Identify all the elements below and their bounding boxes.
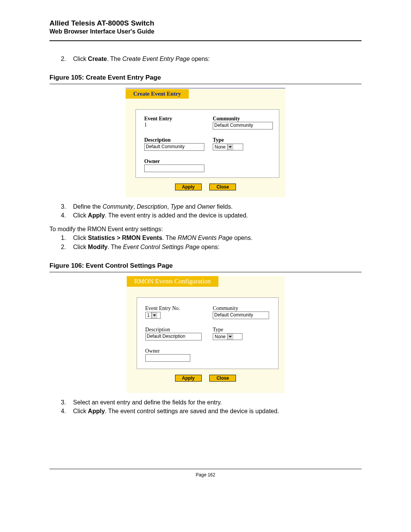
form-panel: Event Entry No. 1 Community Default Comm… [137,297,279,369]
label-type: Type [213,137,274,143]
step-number: 3. [61,398,73,407]
step-3: 3. Define the Community, Description, Ty… [61,203,362,211]
label-community: Community [213,116,274,122]
after106-step-3: 3. Select an event entry and define the … [61,398,362,407]
doc-title: Allied Telesis AT-8000S Switch [49,19,362,27]
label-type: Type [213,327,274,333]
value-event-entry: 1 [144,122,206,128]
figure-105-caption: Figure 105: Create Event Entry Page [49,74,362,81]
step-4: 4. Click Apply. The event entry is added… [61,211,362,220]
tab-bar: Create Event Entry [126,89,285,99]
button-row: Apply Close [127,369,285,393]
after106-step-4: 4. Click Apply. The event control settin… [61,407,362,415]
event-entry-no-select[interactable]: 1 [145,312,161,319]
step-text: Select an event entry and define the fie… [73,398,222,407]
label-owner: Owner [144,158,206,165]
event-control-settings-screenshot: RMON Events Configuration Event Entry No… [127,276,285,393]
description-field[interactable]: Default Community [144,143,204,151]
figure-rule [49,272,362,272]
footer-rule [49,469,362,469]
close-button[interactable]: Close [209,184,236,190]
owner-field[interactable] [144,165,204,172]
apply-button[interactable]: Apply [175,184,202,190]
tab-bar: RMON Events Configuration [127,276,285,287]
tab-create-event-entry[interactable]: Create Event Entry [126,89,189,99]
type-select[interactable]: None [213,144,243,150]
step-number: 2. [61,55,73,63]
modify-step-1: 1. Click Statistics > RMON Events. The R… [61,234,362,242]
step-number: 3. [61,203,73,211]
label-owner: Owner [145,348,206,354]
label-description: Description [145,327,206,333]
doc-subtitle: Web Browser Interface User's Guide [49,28,362,35]
step-number: 2. [61,243,73,251]
type-value: None [213,144,227,150]
chevron-down-icon [151,312,157,318]
step-text: Click Create. The Create Event Entry Pag… [73,55,210,63]
event-entry-no-value: 1 [146,313,151,318]
figure-106-caption: Figure 106: Event Control Settings Page [49,262,362,270]
community-field[interactable]: Default Community [213,312,269,319]
step-text: Define the Community, Description, Type … [73,203,233,211]
figure-rule [49,84,362,84]
form-panel: Event Entry 1 Community Default Communit… [135,109,279,178]
step-number: 4. [61,407,73,415]
label-event-entry: Event Entry [144,116,206,122]
type-value: None [213,334,227,339]
label-community: Community [213,305,274,312]
type-select[interactable]: None [213,333,242,340]
chevron-down-icon [227,334,233,340]
owner-field[interactable] [145,354,190,362]
step-text: Click Apply. The event control settings … [73,407,279,415]
apply-button[interactable]: Apply [175,375,202,382]
step-number: 4. [61,211,73,220]
community-field[interactable]: Default Community [213,122,273,129]
chevron-down-icon [227,144,233,150]
modify-intro: To modify the RMON Event entry settings: [49,225,362,233]
page: Allied Telesis AT-8000S Switch Web Brows… [0,0,411,532]
page-number: Page 162 [49,472,362,478]
step-text: Click Statistics > RMON Events. The RMON… [73,234,252,242]
tab-rmon-events-config[interactable]: RMON Events Configuration [127,276,218,287]
button-row: Apply Close [126,178,285,197]
step-number: 1. [61,234,73,242]
step-text: Click Apply. The event entry is added an… [73,211,248,220]
modify-step-2: 2. Click Modify. The Event Control Setti… [61,243,362,251]
label-description: Description [144,137,206,143]
step-text: Click Modify. The Event Control Settings… [73,243,220,251]
description-field[interactable]: Default Description [145,333,202,340]
label-event-entry-no: Event Entry No. [145,305,206,312]
close-button[interactable]: Close [209,375,236,382]
step-2: 2. Click Create. The Create Event Entry … [61,55,362,63]
create-event-entry-screenshot: Create Event Entry Event Entry 1 Communi… [126,88,285,197]
header-rule [49,40,362,41]
